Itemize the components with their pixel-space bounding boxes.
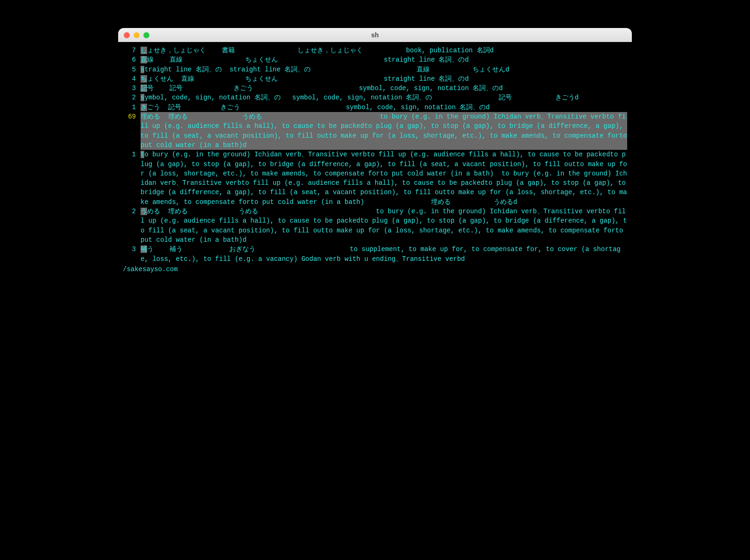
line-number: 1	[123, 103, 141, 112]
line-number: 5	[123, 65, 141, 74]
highlighted-char: ち	[141, 75, 147, 83]
line-content: 記号 記号 きごう symbol, code, sign, notation 名…	[141, 84, 627, 93]
terminal-window: sh 7しょせき，しょじゃく 書籍 しょせき，しょじゃく book, publi…	[118, 28, 632, 282]
line-content: ちょくせん 直線 ちょくせん straight line 名詞、のd	[141, 74, 627, 84]
line-number: 3	[123, 245, 141, 254]
list-item[interactable]: 7しょせき，しょじゃく 書籍 しょせき，しょじゃく book, publicat…	[123, 46, 627, 55]
list-item[interactable]: 5straight line 名詞、の straight line 名詞、の 直…	[123, 65, 627, 74]
line-number: 69	[123, 112, 141, 121]
line-number: 3	[123, 84, 141, 93]
list-item[interactable]: 1to bury (e.g. in the ground) Ichidan ve…	[123, 150, 627, 207]
line-number: 4	[123, 74, 141, 84]
line-content: 埋める 埋める うめる to bury (e.g. in the ground)…	[141, 112, 627, 150]
line-content: to bury (e.g. in the ground) Ichidan ver…	[141, 150, 627, 207]
list-item[interactable]: 6直線 直線 ちょくせん straight line 名詞、のd	[123, 55, 627, 64]
window-title: sh	[118, 31, 632, 39]
line-content: 直線 直線 ちょくせん straight line 名詞、のd	[141, 55, 627, 64]
titlebar[interactable]: sh	[118, 28, 632, 42]
line-number: 7	[123, 46, 141, 55]
list-item[interactable]: 2symbol, code, sign, notation 名詞、の symbo…	[123, 93, 627, 102]
line-number: 2	[123, 207, 141, 216]
minimize-icon[interactable]	[134, 32, 140, 38]
list-item[interactable]: 2うめる 埋める うめる to bury (e.g. in the ground…	[123, 207, 627, 245]
traffic-lights	[124, 32, 149, 38]
line-number: 6	[123, 55, 141, 64]
highlighted-char: 記	[141, 84, 147, 92]
line-content: 補う 補う おぎなう to supplement, to make up for…	[141, 245, 627, 264]
list-item[interactable]: 69埋める 埋める うめる to bury (e.g. in the groun…	[123, 112, 627, 150]
list-item[interactable]: 3記号 記号 きごう symbol, code, sign, notation …	[123, 84, 627, 93]
line-content: straight line 名詞、の straight line 名詞、の 直線…	[141, 65, 627, 74]
highlighted-char: う	[141, 208, 147, 215]
list-item[interactable]: 1きごう 記号 きごう symbol, code, sign, notation…	[123, 103, 627, 112]
maximize-icon[interactable]	[143, 32, 149, 38]
line-content: symbol, code, sign, notation 名詞、の symbol…	[141, 93, 627, 102]
terminal-body[interactable]: 7しょせき，しょじゃく 書籍 しょせき，しょじゃく book, publicat…	[118, 42, 632, 282]
line-content: しょせき，しょじゃく 書籍 しょせき，しょじゃく book, publicati…	[141, 46, 627, 55]
line-content: きごう 記号 きごう symbol, code, sign, notation …	[141, 103, 627, 112]
highlighted-char: 直	[141, 56, 147, 63]
line-content: うめる 埋める うめる to bury (e.g. in the ground)…	[141, 207, 627, 245]
list-item[interactable]: 4ちょくせん 直線 ちょくせん straight line 名詞、のd	[123, 74, 627, 84]
highlighted-char: き	[141, 104, 147, 111]
highlighted-char: し	[141, 47, 147, 54]
list-item[interactable]: 3補う 補う おぎなう to supplement, to make up fo…	[123, 245, 627, 264]
search-query: /sakesayso.com	[123, 264, 627, 274]
line-number: 1	[123, 150, 141, 159]
close-icon[interactable]	[124, 32, 130, 38]
highlighted-char: 補	[141, 245, 147, 253]
line-number: 2	[123, 93, 141, 102]
